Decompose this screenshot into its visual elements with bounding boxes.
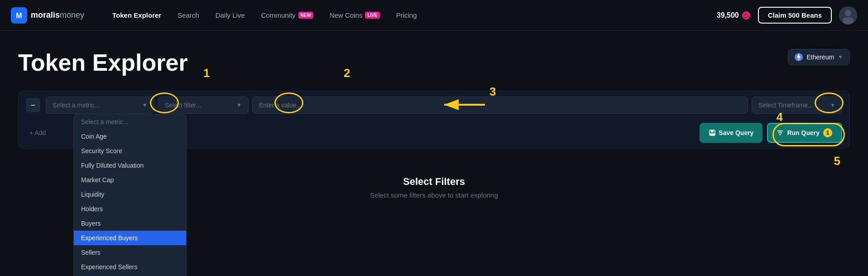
metric-selected-value: Select a metric... [53, 102, 100, 109]
svg-point-5 [845, 10, 851, 16]
filter-chevron-icon: ▼ [236, 102, 242, 108]
svg-point-6 [843, 17, 854, 24]
value-input[interactable] [252, 97, 748, 114]
bean-icon: 🫘 [742, 11, 751, 20]
timeframe-selector[interactable]: Select Timeframe... ▼ [752, 97, 842, 114]
new-coins-badge: LIVE [365, 12, 379, 19]
dropdown-item-market-cap[interactable]: Market Cap [74, 173, 186, 187]
claim-beans-button[interactable]: Claim 500 Beans [758, 7, 832, 24]
dropdown-item-holders[interactable]: Holders [74, 202, 186, 216]
dropdown-item-fully-diluted-valuation[interactable]: Fully Diluted Valuation [74, 158, 186, 173]
dropdown-item-experienced-buyers[interactable]: Experienced Buyers [74, 231, 186, 245]
ethereum-icon [795, 53, 803, 61]
add-filter-button[interactable]: + Add [26, 127, 49, 138]
nav-item-daily-live[interactable]: Daily Live [209, 9, 251, 22]
save-icon [709, 129, 716, 136]
action-buttons: Save Query Run Query 1 [700, 123, 842, 143]
nav-links: Token Explorer Search Daily Live Communi… [106, 9, 702, 22]
dropdown-item-liquidity[interactable]: Liquidity [74, 187, 186, 202]
navbar: M moralismoney Token Explorer Search Dai… [0, 0, 868, 31]
svg-rect-13 [711, 130, 714, 132]
page-title: Token Explorer [18, 49, 850, 76]
svg-text:🫘: 🫘 [743, 12, 749, 19]
nav-item-new-coins[interactable]: New Coins LIVE [323, 9, 386, 22]
metric-chevron-icon: ▼ [142, 102, 148, 108]
svg-rect-14 [710, 133, 715, 135]
nav-item-community[interactable]: Community NEW [255, 9, 320, 22]
main-content: Token Explorer Ethereum ▼ 4 1 2 [0, 31, 868, 217]
network-selector[interactable]: Ethereum ▼ [788, 49, 850, 65]
filter-icon [777, 130, 783, 136]
run-query-button[interactable]: Run Query 1 [767, 123, 842, 143]
filter-container: 1 2 3 − Select a m [18, 91, 850, 149]
dropdown-item-buyers[interactable]: Buyers [74, 216, 186, 231]
filter-selected-value: Select filter... [165, 102, 201, 109]
dropdown-item-coin-age[interactable]: Coin Age [74, 129, 186, 144]
dropdown-item-placeholder[interactable]: Select a metric... [74, 115, 186, 129]
nav-right: 39,500 🫘 Claim 500 Beans [717, 6, 857, 24]
logo-text: moralismoney [31, 10, 84, 20]
logo[interactable]: M moralismoney [11, 7, 84, 24]
timeframe-chevron-icon: ▼ [830, 102, 835, 108]
network-chevron-icon: ▼ [838, 54, 843, 60]
avatar[interactable] [839, 6, 857, 24]
timeframe-selected-value: Select Timeframe... [758, 102, 813, 109]
nav-item-pricing[interactable]: Pricing [390, 9, 423, 22]
filter-selector[interactable]: Select filter... ▼ [158, 97, 249, 114]
metric-selector[interactable]: Select a metric... ▼ Select a metric... … [46, 97, 154, 114]
nav-item-search[interactable]: Search [171, 9, 206, 22]
dropdown-item-net-buyers[interactable]: Net Buyers [74, 274, 186, 276]
run-query-count-badge: 1 [823, 128, 832, 137]
save-query-button[interactable]: Save Query [700, 123, 762, 143]
community-badge: NEW [298, 12, 313, 19]
filter-row: − Select a metric... ▼ Select a metric..… [19, 91, 849, 119]
dropdown-item-security-score[interactable]: Security Score [74, 144, 186, 158]
dropdown-item-sellers[interactable]: Sellers [74, 245, 186, 260]
metric-dropdown: Select a metric... Coin Age Security Sco… [73, 114, 187, 276]
remove-filter-button[interactable]: − [26, 98, 40, 112]
dropdown-item-experienced-sellers[interactable]: Experienced Sellers [74, 260, 186, 274]
nav-item-token-explorer[interactable]: Token Explorer [106, 9, 168, 22]
moralis-logo-icon: M [11, 7, 27, 24]
svg-text:M: M [16, 12, 22, 19]
beans-count: 39,500 🫘 [717, 11, 751, 20]
